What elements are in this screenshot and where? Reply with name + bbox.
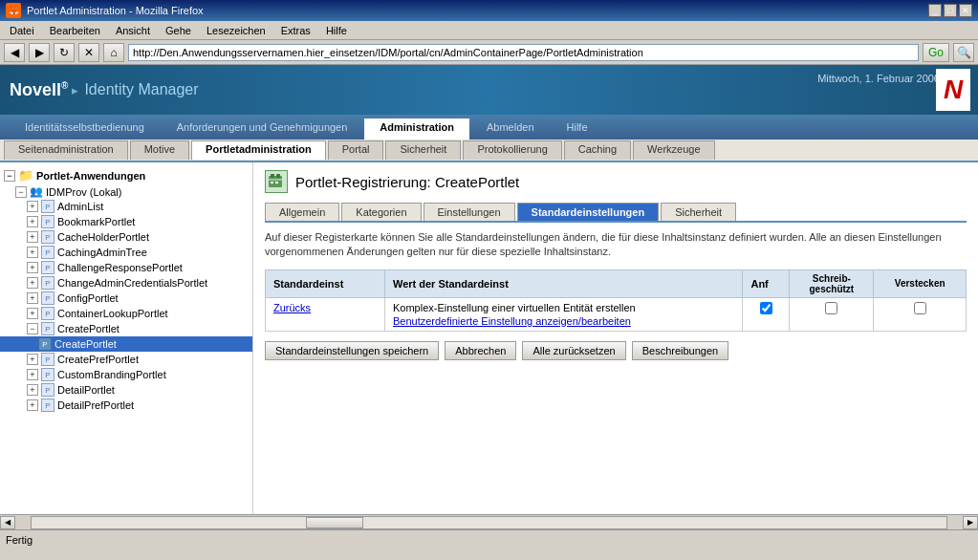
- browser-title: Portlet Administration - Mozilla Firefox: [27, 5, 923, 16]
- tab-portal[interactable]: Portal: [328, 140, 384, 160]
- root-expand-icon[interactable]: −: [4, 170, 15, 182]
- detail-expand-icon[interactable]: +: [27, 384, 38, 396]
- sidebar-item-configportlet[interactable]: + P ConfigPortlet: [0, 291, 252, 306]
- tab-identitat[interactable]: Identitätsselbstbedienung: [10, 118, 160, 140]
- action-buttons: Standardeinstellungen speichern Abbreche…: [265, 341, 967, 360]
- menu-bearbeiten[interactable]: Bearbeiten: [44, 24, 106, 37]
- adminlist-expand-icon[interactable]: +: [27, 201, 38, 212]
- portlet-icon-detailpref: P: [41, 398, 54, 412]
- reset-button[interactable]: Alle zurücksetzen: [522, 341, 625, 360]
- sidebar-item-detail[interactable]: + P DetailPortlet: [0, 382, 252, 398]
- go-button[interactable]: Go: [923, 43, 949, 62]
- sidebar-label-cacheholder: CacheHolderPortlet: [57, 231, 149, 243]
- sidebar-item-createportlet[interactable]: − P CreatePortlet: [0, 321, 252, 336]
- sidebar-item-detailpref[interactable]: + P DetailPrefPortlet: [0, 398, 252, 413]
- minimize-button[interactable]: _: [928, 4, 942, 17]
- tab-motive[interactable]: Motive: [130, 140, 189, 160]
- sidebar-label-detail: DetailPortlet: [57, 384, 115, 396]
- tab-werkzeuge[interactable]: Werkzeuge: [633, 140, 714, 160]
- forward-button[interactable]: ▶: [29, 43, 50, 62]
- sidebar-label-bookmark: BookmarkPortlet: [57, 216, 135, 227]
- create-expand-icon[interactable]: −: [27, 323, 38, 334]
- scroll-right-arrow[interactable]: ▶: [963, 516, 978, 529]
- save-button[interactable]: Standardeinstellungen speichern: [265, 341, 439, 360]
- tab-hilfe[interactable]: Hilfe: [552, 118, 603, 140]
- window-controls[interactable]: _ □ ✕: [928, 4, 972, 17]
- menu-hilfe[interactable]: Hilfe: [320, 24, 353, 37]
- menu-ansicht[interactable]: Ansicht: [110, 24, 156, 37]
- scroll-left-arrow[interactable]: ◀: [0, 516, 15, 529]
- tab-protokollierung[interactable]: Protokollierung: [463, 140, 561, 160]
- tab-caching[interactable]: Caching: [564, 140, 631, 160]
- menu-datei[interactable]: Datei: [4, 24, 40, 37]
- inner-tab-sicherheit[interactable]: Sicherheit: [661, 203, 736, 221]
- sidebar-item-idmprov[interactable]: − 👥 IDMProv (Lokal): [0, 184, 252, 199]
- idmprov-expand-icon[interactable]: −: [15, 186, 27, 198]
- stop-button[interactable]: ✕: [78, 43, 99, 62]
- inner-tab-einstellungen[interactable]: Einstellungen: [424, 203, 515, 221]
- value-link[interactable]: Benutzerdefinierte Einstellung anzeigen/…: [393, 315, 631, 327]
- menu-gehe[interactable]: Gehe: [160, 24, 197, 37]
- bookmark-expand-icon[interactable]: +: [27, 216, 38, 227]
- cachingtree-expand-icon[interactable]: +: [27, 247, 38, 258]
- tab-anforderungen[interactable]: Anforderungen und Genehmigungen: [162, 118, 363, 140]
- sidebar-item-createpref[interactable]: + P CreatePrefPortlet: [0, 352, 252, 367]
- sidebar-item-challenge[interactable]: + P ChallengeResponsePortlet: [0, 260, 252, 275]
- panel-header: Portlet-Registrierung: CreatePortlet: [265, 170, 967, 193]
- address-input[interactable]: [128, 44, 919, 61]
- reload-button[interactable]: ↻: [54, 43, 75, 62]
- inner-tab-kategorien[interactable]: Kategorien: [341, 203, 421, 221]
- descriptions-button[interactable]: Beschreibungen: [632, 341, 729, 360]
- search-button[interactable]: 🔍: [953, 43, 974, 62]
- anf-cell: [743, 297, 790, 331]
- custombranding-expand-icon[interactable]: +: [27, 369, 38, 380]
- createpref-expand-icon[interactable]: +: [27, 354, 38, 365]
- schreib-cell: [790, 297, 874, 331]
- detailpref-expand-icon[interactable]: +: [27, 399, 38, 411]
- cancel-button[interactable]: Abbrechen: [445, 341, 516, 360]
- inner-tab-standardeinstellungen[interactable]: Standardeinstellungen: [517, 203, 660, 221]
- container-expand-icon[interactable]: +: [27, 308, 38, 319]
- horizontal-scrollbar[interactable]: ◀ ▶: [0, 514, 978, 529]
- nav-tabs-primary: Identitätsselbstbedienung Anforderungen …: [0, 115, 978, 140]
- sidebar-label-challenge: ChallengeResponsePortlet: [57, 262, 183, 273]
- tab-portletadmin[interactable]: Portletadministration: [191, 140, 326, 160]
- sidebar-item-changeadmin[interactable]: + P ChangeAdminCredentialsPortlet: [0, 275, 252, 291]
- sidebar-item-containerlookup[interactable]: + P ContainerLookupPortlet: [0, 306, 252, 321]
- home-button[interactable]: ⌂: [103, 43, 124, 62]
- config-expand-icon[interactable]: +: [27, 292, 38, 304]
- sidebar-label-createpref: CreatePrefPortlet: [57, 354, 139, 365]
- sidebar-item-custombranding[interactable]: + P CustomBrandingPortlet: [0, 367, 252, 382]
- maximize-button[interactable]: □: [944, 4, 957, 17]
- sidebar-item-cacheholder[interactable]: + P CacheHolderPortlet: [0, 229, 252, 245]
- menu-lesezeichen[interactable]: Lesezeichen: [201, 24, 272, 37]
- tab-administration[interactable]: Administration: [364, 118, 469, 140]
- menu-extras[interactable]: Extras: [275, 24, 316, 37]
- col-header-anf: Anf: [743, 269, 790, 297]
- tab-seitenadmin[interactable]: Seitenadministration: [4, 140, 128, 160]
- row-value-cell: Komplex-Einstellung einer virtuellen Ent…: [384, 297, 742, 331]
- scroll-track[interactable]: [31, 516, 947, 529]
- back-button[interactable]: ◀: [4, 43, 25, 62]
- anf-checkbox[interactable]: [760, 302, 772, 314]
- tab-abmelden[interactable]: Abmelden: [471, 118, 550, 140]
- sidebar-label-detailpref: DetailPrefPortlet: [57, 399, 134, 411]
- scroll-thumb[interactable]: [306, 517, 363, 528]
- changeadmin-expand-icon[interactable]: +: [27, 277, 38, 289]
- challenge-expand-icon[interactable]: +: [27, 262, 38, 273]
- schreib-checkbox[interactable]: [825, 302, 837, 314]
- tab-sicherheit[interactable]: Sicherheit: [385, 140, 461, 160]
- versteck-checkbox[interactable]: [914, 302, 926, 314]
- standardeinst-link[interactable]: Zurücks: [273, 302, 311, 313]
- inner-tab-allgemein[interactable]: Allgemein: [265, 203, 339, 221]
- cacheholder-expand-icon[interactable]: +: [27, 231, 38, 243]
- portlet-icon-config: P: [41, 291, 54, 305]
- sidebar-item-cachingtree[interactable]: + P CachingAdminTree: [0, 245, 252, 260]
- novell-n-logo: N: [936, 69, 970, 111]
- sidebar-item-createportlet-child[interactable]: P CreatePortlet: [0, 336, 252, 352]
- sidebar-item-bookmarkportlet[interactable]: + P BookmarkPortlet: [0, 214, 252, 229]
- close-button[interactable]: ✕: [959, 4, 972, 17]
- sidebar-label-create: CreatePortlet: [57, 323, 120, 334]
- inner-tabs: Allgemein Kategorien Einstellungen Stand…: [265, 203, 967, 223]
- sidebar-item-adminlist[interactable]: + P AdminList: [0, 199, 252, 214]
